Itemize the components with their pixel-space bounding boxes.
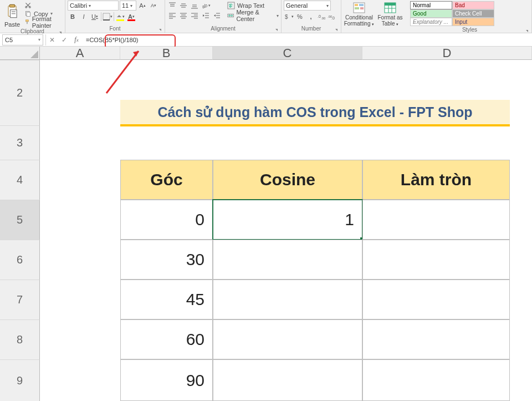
group-label-clipboard: Clipboard: [2, 28, 63, 35]
group-label-font: Font: [68, 25, 162, 33]
formula-input[interactable]: [83, 34, 532, 45]
svg-text:$: $: [285, 14, 288, 20]
col-header-D[interactable]: D: [362, 47, 532, 60]
cell-B6[interactable]: 30: [120, 240, 213, 280]
increase-indent-button[interactable]: [212, 11, 222, 20]
percent-button[interactable]: %: [295, 12, 305, 22]
svg-rect-8: [27, 12, 30, 16]
decrease-indent-button[interactable]: [201, 11, 211, 20]
paste-button[interactable]: [2, 1, 22, 21]
cell-D8[interactable]: [362, 319, 510, 359]
align-bottom-button[interactable]: [190, 1, 200, 10]
merge-center-button[interactable]: Merge & Center ▾: [227, 11, 279, 20]
row-header-6[interactable]: 6: [0, 240, 40, 280]
group-label-styles: Styles: [410, 26, 529, 34]
cell-D7[interactable]: [362, 280, 510, 319]
worksheet[interactable]: A B C D 2 3 4 5 6 7 8 9 Cách sử dụng hàm…: [0, 47, 532, 401]
svg-rect-1: [9, 4, 14, 7]
decrease-font-button[interactable]: A▾: [149, 1, 158, 11]
cell-styles-gallery[interactable]: Normal Bad Good Check Cell Explanatory .…: [410, 1, 499, 26]
font-size-combo[interactable]: 11▾: [120, 1, 136, 11]
group-number: General▾ $▾ % , .0.00 .00.0 Number: [282, 0, 341, 33]
row-header-3[interactable]: 3: [0, 125, 40, 160]
accounting-format-button[interactable]: $▾: [284, 12, 294, 22]
cell-C8[interactable]: [213, 319, 362, 359]
group-cf: Conditional Formatting ▾ Format as Table…: [341, 0, 408, 33]
row-header-5[interactable]: 5: [0, 200, 40, 240]
col-header-A[interactable]: A: [40, 47, 120, 60]
svg-rect-50: [355, 4, 358, 6]
svg-text:ab: ab: [229, 3, 233, 6]
row-header-4[interactable]: 4: [0, 160, 40, 200]
cell-D9[interactable]: [362, 359, 510, 401]
svg-text:.0: .0: [331, 16, 335, 20]
style-normal[interactable]: Normal: [410, 1, 452, 9]
cut-button[interactable]: [24, 1, 63, 9]
cell-B9[interactable]: 90: [120, 359, 213, 401]
svg-rect-53: [360, 7, 364, 9]
formula-bar: C5▾ ✕ ✓ fx: [0, 33, 532, 47]
cell-C6[interactable]: [213, 240, 362, 280]
format-as-table-button[interactable]: Format as Table ▾: [375, 1, 406, 27]
cancel-formula-button[interactable]: ✕: [46, 34, 58, 45]
enter-formula-button[interactable]: ✓: [58, 34, 70, 45]
cell-B5[interactable]: 0: [120, 200, 213, 240]
cell-C7[interactable]: [213, 280, 362, 319]
ribbon: Paste Copy ▾ Format Painter Clipboard Ca…: [0, 0, 532, 33]
row-headers: 2 3 4 5 6 7 8 9: [0, 60, 40, 401]
align-center-button[interactable]: [178, 11, 188, 20]
number-format-combo[interactable]: General▾: [284, 1, 331, 11]
cell-C9[interactable]: [213, 359, 362, 401]
style-bad[interactable]: Bad: [452, 1, 494, 9]
underline-button[interactable]: U▾: [90, 12, 100, 22]
align-left-button[interactable]: [167, 11, 177, 20]
table-header-goc[interactable]: Góc: [120, 160, 213, 200]
decrease-decimal-button[interactable]: .00.0: [327, 12, 336, 22]
comma-button[interactable]: ,: [306, 12, 316, 22]
insert-function-button[interactable]: fx: [70, 34, 83, 45]
align-right-button[interactable]: [190, 11, 200, 20]
style-good[interactable]: Good: [410, 9, 452, 18]
cell-D5[interactable]: [362, 200, 510, 240]
col-header-C[interactable]: C: [213, 47, 362, 60]
increase-decimal-button[interactable]: .0.00: [317, 12, 326, 22]
group-label-alignment: Alignment: [167, 25, 279, 33]
orientation-button[interactable]: ab▾: [201, 1, 211, 10]
select-all-corner[interactable]: [0, 47, 40, 60]
row-header-9[interactable]: 9: [0, 359, 40, 401]
italic-button[interactable]: I: [79, 12, 89, 22]
group-font: Calibri▾ 11▾ A▴ A▾ B I U▾ ▾ ▾ A▾ Font: [65, 0, 165, 33]
font-name-combo[interactable]: Calibri▾: [68, 1, 119, 11]
style-check[interactable]: Check Cell: [452, 9, 494, 18]
col-header-B[interactable]: B: [120, 47, 213, 60]
fill-color-button[interactable]: ▾: [115, 12, 125, 22]
align-middle-button[interactable]: [178, 1, 188, 10]
name-box[interactable]: C5▾: [2, 34, 43, 45]
increase-font-button[interactable]: A▴: [137, 1, 147, 11]
title-banner[interactable]: Cách sử dụng hàm COS trong Excel - FPT S…: [120, 100, 510, 126]
align-top-button[interactable]: [167, 1, 177, 10]
row-header-2[interactable]: 2: [0, 60, 40, 125]
format-painter-button[interactable]: Format Painter: [24, 18, 63, 26]
conditional-formatting-button[interactable]: Conditional Formatting ▾: [344, 1, 375, 27]
svg-text:ab: ab: [201, 3, 208, 9]
cell-B7[interactable]: 45: [120, 280, 213, 319]
svg-rect-9: [25, 20, 28, 22]
cell-C5[interactable]: 1: [213, 200, 362, 240]
border-button[interactable]: ▾: [103, 12, 112, 22]
column-headers: A B C D: [0, 47, 532, 60]
group-label-number: Number: [284, 25, 339, 33]
svg-text:.00: .00: [321, 17, 325, 20]
cell-D6[interactable]: [362, 240, 510, 280]
table-header-round[interactable]: Làm tròn: [362, 160, 510, 200]
bold-button[interactable]: B: [68, 12, 78, 22]
row-header-8[interactable]: 8: [0, 319, 40, 359]
style-input[interactable]: Input: [452, 18, 494, 26]
cell-B8[interactable]: 60: [120, 319, 213, 359]
style-explanatory[interactable]: Explanatory ...: [410, 18, 452, 26]
svg-rect-11: [103, 13, 110, 20]
row-header-7[interactable]: 7: [0, 280, 40, 319]
svg-rect-10: [27, 22, 27, 24]
font-color-button[interactable]: A▾: [126, 12, 136, 22]
table-header-cosine[interactable]: Cosine: [213, 160, 362, 200]
